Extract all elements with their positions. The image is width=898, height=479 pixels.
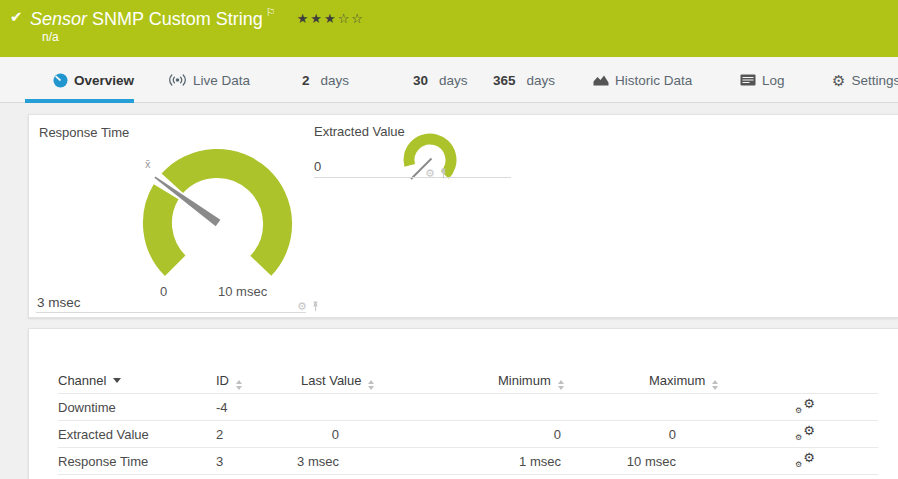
status-check-icon: ✔ bbox=[10, 8, 23, 26]
tab-365-days[interactable]: 365 days bbox=[493, 57, 555, 103]
sort-icon bbox=[558, 380, 564, 390]
tab-label: Historic Data bbox=[615, 73, 692, 88]
tab-label: Overview bbox=[74, 73, 134, 88]
column-header-minimum[interactable]: Minimum bbox=[498, 367, 564, 394]
gear-icon: ⚙ bbox=[795, 461, 802, 469]
broadcast-icon bbox=[168, 73, 187, 87]
channel-settings-icon[interactable]: ⚙ ⚙ bbox=[795, 451, 815, 469]
tab-historic-data[interactable]: Historic Data bbox=[593, 57, 692, 103]
tab-number: 2 bbox=[302, 73, 310, 88]
column-label: ID bbox=[216, 373, 229, 388]
favorite-flag-icon[interactable]: ⚐ bbox=[266, 6, 276, 18]
column-label: Last Value bbox=[301, 373, 361, 388]
cell-minimum: 0 bbox=[449, 421, 561, 448]
tab-label: days bbox=[321, 73, 350, 88]
gauge-title-extracted-value: Extracted Value bbox=[314, 124, 405, 139]
column-header-last-value[interactable]: Last Value bbox=[301, 367, 374, 394]
cell-maximum: 0 bbox=[579, 421, 676, 448]
gauge-max-label: 10 msec bbox=[218, 284, 267, 299]
cell-id: -4 bbox=[216, 394, 228, 421]
cell-channel: Extracted Value bbox=[58, 421, 149, 448]
cell-last-value: 3 msec bbox=[229, 448, 339, 475]
extracted-value-gauge bbox=[397, 127, 463, 193]
divider bbox=[36, 312, 306, 313]
channel-table-panel: Channel ID Last Value Minimum Maximum Do… bbox=[28, 328, 898, 479]
tab-2-days[interactable]: 2 days bbox=[302, 57, 349, 103]
page-title: Sensor SNMP Custom String⚐ ★★★☆☆ bbox=[30, 6, 365, 30]
column-label: Minimum bbox=[498, 373, 551, 388]
tab-label: days bbox=[527, 73, 556, 88]
pin-icon[interactable] bbox=[439, 168, 448, 179]
channel-settings-icon[interactable]: ⚙ ⚙ bbox=[795, 424, 815, 442]
gauge-icon bbox=[53, 73, 68, 88]
cell-minimum: 1 msec bbox=[449, 448, 561, 475]
area-chart-icon bbox=[593, 74, 609, 86]
sort-icon bbox=[368, 380, 374, 390]
gear-icon: ⚙ bbox=[803, 451, 815, 464]
gauge-min-label: 0 bbox=[160, 284, 167, 299]
pin-icon[interactable] bbox=[311, 301, 320, 312]
tab-live-data[interactable]: Live Data bbox=[168, 57, 250, 103]
tab-bar: Overview Live Data 2 days 30 days 365 da… bbox=[0, 57, 898, 103]
table-row: Response Time 3 3 msec 1 msec 10 msec ⚙ … bbox=[29, 448, 898, 475]
column-header-maximum[interactable]: Maximum bbox=[649, 367, 718, 394]
tab-number: 365 bbox=[493, 73, 516, 88]
gear-icon: ⚙ bbox=[803, 397, 815, 410]
tab-label: Log bbox=[762, 73, 785, 88]
cell-id: 3 bbox=[216, 448, 223, 475]
column-header-channel[interactable]: Channel bbox=[58, 367, 121, 394]
cell-last-value: 0 bbox=[229, 421, 339, 448]
sensor-name: SNMP Custom String bbox=[92, 9, 263, 29]
cell-channel: Downtime bbox=[58, 394, 116, 421]
divider bbox=[314, 177, 511, 178]
cell-id: 2 bbox=[216, 421, 223, 448]
table-row: Extracted Value 2 0 0 0 ⚙ ⚙ bbox=[29, 421, 898, 448]
gear-icon: ⚙ bbox=[795, 407, 802, 415]
response-time-gauge bbox=[108, 113, 328, 333]
channel-gear-icon[interactable]: ⚙ bbox=[425, 168, 435, 179]
sensor-status-text: n/a bbox=[42, 30, 59, 44]
tab-30-days[interactable]: 30 days bbox=[413, 57, 468, 103]
tab-label: days bbox=[439, 73, 468, 88]
column-header-id[interactable]: ID bbox=[216, 367, 242, 394]
sensor-kind-label: Sensor bbox=[30, 9, 87, 29]
sort-icon bbox=[236, 380, 242, 390]
average-marker: x̄ bbox=[145, 158, 151, 170]
table-header-row: Channel ID Last Value Minimum Maximum bbox=[29, 367, 898, 394]
settings-gear-icon: ⚙ bbox=[832, 73, 845, 88]
tab-log[interactable]: Log bbox=[740, 57, 785, 103]
gear-icon: ⚙ bbox=[795, 434, 802, 442]
log-list-icon bbox=[740, 74, 756, 86]
gauge-actions: ⚙ bbox=[297, 301, 320, 312]
extracted-value-value: 0 bbox=[314, 159, 321, 174]
response-time-value: 3 msec bbox=[37, 295, 81, 310]
cell-channel: Response Time bbox=[58, 448, 148, 475]
channel-gear-icon[interactable]: ⚙ bbox=[297, 301, 307, 312]
tab-label: Live Data bbox=[193, 73, 250, 88]
tab-settings[interactable]: ⚙ Settings bbox=[832, 57, 898, 103]
sensor-header: ✔ Sensor SNMP Custom String⚐ ★★★☆☆ n/a bbox=[0, 0, 898, 57]
gear-icon: ⚙ bbox=[803, 424, 815, 437]
channel-settings-icon[interactable]: ⚙ ⚙ bbox=[795, 397, 815, 415]
column-label: Channel bbox=[58, 373, 106, 388]
table-row: Downtime -4 ⚙ ⚙ bbox=[29, 394, 898, 421]
priority-stars[interactable]: ★★★☆☆ bbox=[297, 11, 365, 26]
gauge-actions: ⚙ bbox=[425, 168, 448, 179]
sort-icon bbox=[712, 380, 718, 390]
cell-maximum: 10 msec bbox=[579, 448, 676, 475]
gauges-panel: Response Time x̄ 0 10 msec 3 msec ⚙ Extr… bbox=[28, 114, 898, 318]
sort-desc-icon bbox=[113, 378, 121, 383]
tab-overview[interactable]: Overview bbox=[53, 57, 134, 103]
column-label: Maximum bbox=[649, 373, 705, 388]
tab-label: Settings bbox=[851, 73, 898, 88]
tab-number: 30 bbox=[413, 73, 428, 88]
